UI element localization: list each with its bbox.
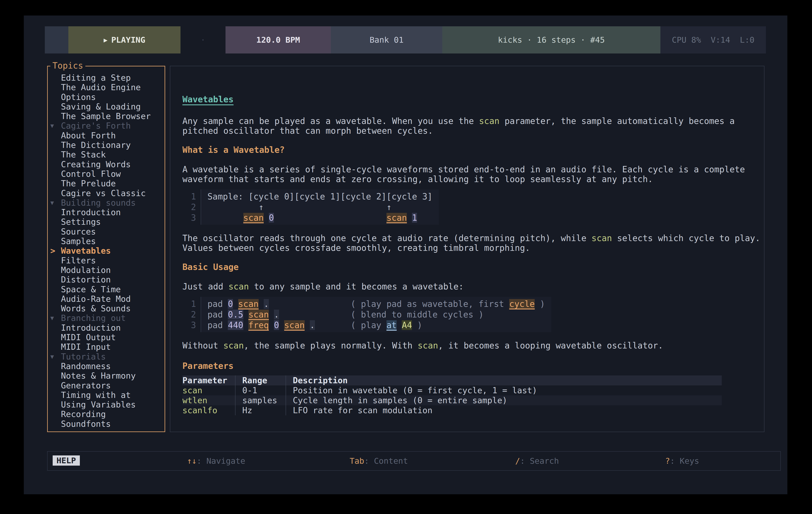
sidebar-item-generators[interactable]: Generators xyxy=(48,381,165,390)
code-comment: ( play xyxy=(351,320,386,330)
item-label: Modulation xyxy=(61,265,111,275)
table-row-scanlfo: scanlfo Hz LFO rate for scan modulation xyxy=(182,405,722,415)
item-label: Filters xyxy=(61,256,96,265)
selected-marker: > xyxy=(50,246,60,255)
sidebar-item-the-dictionary[interactable]: The Dictionary xyxy=(48,140,165,150)
sidebar-item-sources[interactable]: Sources xyxy=(48,227,165,236)
sidebar-section-cagires-forth[interactable]: ▼Cagire's Forth xyxy=(48,121,165,130)
bpm-display[interactable]: 120.0 BPM xyxy=(226,26,331,54)
sidebar-item-recording[interactable]: Recording xyxy=(48,410,165,419)
sidebar-item-midi-input[interactable]: MIDI Input xyxy=(48,342,165,352)
sidebar-item-audio-engine[interactable]: The Audio Engine xyxy=(48,83,165,92)
sidebar-section-building-sounds[interactable]: ▼Building sounds xyxy=(48,198,165,208)
line-numbers: 1 2 3 xyxy=(182,189,196,225)
item-label: About Forth xyxy=(61,131,116,140)
table-row-wtlen: wtlen samples Cycle length in samples (0… xyxy=(182,395,722,405)
sidebar-item-control-flow[interactable]: Control Flow xyxy=(48,169,165,179)
inline-code-scan: scan xyxy=(591,233,612,243)
code-space xyxy=(269,310,274,320)
sidebar-item-editing-a-step[interactable]: Editing a Step xyxy=(48,73,165,83)
table-row-scan: scan 0-1 Position in wavetable (0 = firs… xyxy=(182,385,722,395)
sidebar-item-modulation[interactable]: Modulation xyxy=(48,265,165,275)
sidebar-item-sample-browser[interactable]: The Sample Browser xyxy=(48,112,165,121)
sidebar-item-midi-output[interactable]: MIDI Output xyxy=(48,333,165,342)
sidebar-item-filters[interactable]: Filters xyxy=(48,256,165,265)
top-bar: ▶PLAYING · 120.0 BPM Bank 01 kicks · 16 … xyxy=(45,26,766,54)
system-stats: CPU 8% V:14 L:0 xyxy=(660,26,766,54)
code-token-scan: scan xyxy=(284,320,304,330)
without-scan-paragraph: Without scan, the sample plays normally.… xyxy=(182,341,764,351)
sidebar-item-introduction-2[interactable]: Introduction xyxy=(48,323,165,333)
sidebar-item-saving-loading[interactable]: Saving & Loading xyxy=(48,102,165,112)
sidebar-item-words-sounds[interactable]: Words & Sounds xyxy=(48,304,165,313)
item-label: Creating Words xyxy=(61,159,131,169)
code-token-pad: pad xyxy=(207,320,228,330)
sidebar-item-space-time[interactable]: Space & Time xyxy=(48,284,165,294)
hint-keys: ?: Keys xyxy=(665,452,699,470)
page-title: Wavetables xyxy=(182,94,753,104)
code-comment: ( play pad as wavetable, first xyxy=(351,299,509,309)
topics-list: Editing a Step The Audio Engine Options … xyxy=(48,73,165,429)
section-label: Cagire's Forth xyxy=(61,121,131,130)
content-panel[interactable]: Wavetables Any sample can be played as a… xyxy=(170,66,764,432)
basic-usage-paragraph: Just add scan to any sample and it becom… xyxy=(182,282,764,292)
text-run: , the sample plays normally. With xyxy=(244,341,418,351)
sidebar-item-the-prelude[interactable]: The Prelude xyxy=(48,179,165,188)
sidebar-item-introduction[interactable]: Introduction xyxy=(48,208,165,217)
item-label: Notes & Harmony xyxy=(61,371,136,381)
section-label: Tutorials xyxy=(61,352,106,361)
sidebar-section-tutorials[interactable]: ▼Tutorials xyxy=(48,352,165,361)
code-space xyxy=(233,299,238,309)
sidebar-item-settings[interactable]: Settings xyxy=(48,217,165,226)
code-space xyxy=(274,213,386,222)
item-label: Distortion xyxy=(61,275,111,284)
section-heading-what: What is a Wavetable? xyxy=(182,145,753,155)
code-comment: ) xyxy=(412,320,422,330)
column-header-parameter: Parameter xyxy=(182,375,235,385)
text-run: Without xyxy=(182,341,223,351)
hint-label: : Search xyxy=(520,456,559,465)
code-token-cycle: cycle xyxy=(509,299,535,309)
sidebar-item-creating-words[interactable]: Creating Words xyxy=(48,159,165,169)
code-token-scan: scan xyxy=(243,213,264,222)
item-label: Generators xyxy=(61,381,111,390)
bank-display[interactable]: Bank 01 xyxy=(331,26,442,54)
sidebar-item-wavetables-selected[interactable]: >Wavetables xyxy=(48,246,165,255)
sidebar-item-distortion[interactable]: Distortion xyxy=(48,275,165,284)
code-token-pad: pad xyxy=(207,299,228,309)
sidebar-item-the-stack[interactable]: The Stack xyxy=(48,150,165,159)
sidebar-item-soundfonts[interactable]: Soundfonts xyxy=(48,419,165,429)
param-range: samples xyxy=(235,395,286,405)
sidebar-item-timing-with-at[interactable]: Timing with at xyxy=(48,390,165,400)
param-range: 0-1 xyxy=(235,385,286,395)
item-label: Samples xyxy=(61,236,96,246)
code-space xyxy=(269,320,274,330)
code-line-arrows: ↑ ↑ xyxy=(207,202,433,212)
sidebar-item-options[interactable]: Options xyxy=(48,92,165,102)
sidebar-item-notes-harmony[interactable]: Notes & Harmony xyxy=(48,371,165,381)
code-block-examples: 1 2 3 pad 0 scan . ( play pad as wavetab… xyxy=(182,297,753,332)
code-space xyxy=(305,320,310,330)
sidebar-item-using-variables[interactable]: Using Variables xyxy=(48,400,165,410)
code-comment: ) xyxy=(535,299,545,309)
code-token-number: 440 xyxy=(228,320,243,330)
sidebar-item-cagire-vs-classic[interactable]: Cagire vs Classic xyxy=(48,188,165,198)
sidebar-item-samples[interactable]: Samples xyxy=(48,236,165,246)
topbar-gap: · xyxy=(180,26,226,54)
text-run: Any sample can be played as a wavetable.… xyxy=(182,116,479,126)
code-token-at: at xyxy=(386,320,397,330)
sidebar-title: Topics xyxy=(50,61,85,70)
sidebar-item-about-forth[interactable]: About Forth xyxy=(48,131,165,140)
code-token-dot: . xyxy=(274,310,279,320)
line-number: 3 xyxy=(182,320,196,330)
item-label: Cagire vs Classic xyxy=(61,188,146,198)
sidebar-item-randomness[interactable]: Randomness xyxy=(48,361,165,371)
param-description: Position in wavetable (0 = first cycle, … xyxy=(286,385,722,395)
inline-code-scan: scan xyxy=(418,341,438,351)
section-collapse-icon: ▼ xyxy=(50,198,60,208)
transport-status[interactable]: ▶PLAYING xyxy=(68,26,180,54)
sidebar-item-audio-rate-mod[interactable]: Audio-Rate Mod xyxy=(48,294,165,304)
sidebar-section-branching-out[interactable]: ▼Branching out xyxy=(48,313,165,323)
pattern-display[interactable]: kicks · 16 steps · #45 xyxy=(442,26,660,54)
code-body: Sample: [cycle 0][cycle 1][cycle 2][cycl… xyxy=(201,189,439,225)
